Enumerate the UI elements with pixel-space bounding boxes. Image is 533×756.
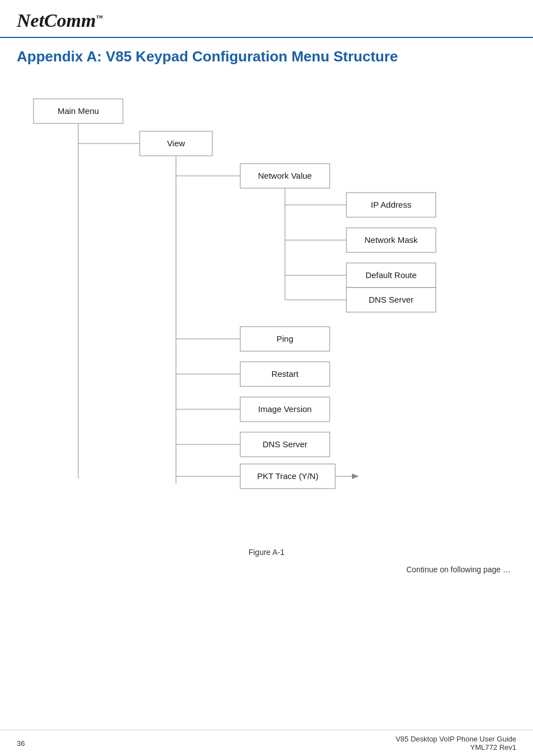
dns-server-sub-label: DNS Server <box>369 295 413 304</box>
restart-label: Restart <box>272 369 299 379</box>
pkt-trace-label: PKT Trace (Y/N) <box>257 471 318 481</box>
image-version-label: Image Version <box>258 404 312 414</box>
page-number: 36 <box>17 739 25 748</box>
logo-comm-text: Comm <box>44 10 96 31</box>
footer-info: V85 Desktop VoIP Phone User Guide YML772… <box>396 735 516 752</box>
diagram-area: Main Menu View Network Value IP Address … <box>0 71 533 531</box>
ping-label: Ping <box>277 334 293 343</box>
dns-server-label: DNS Server <box>263 439 307 449</box>
logo: NetComm™ <box>17 10 516 31</box>
logo-tm: ™ <box>96 13 103 22</box>
menu-structure-diagram: Main Menu View Network Value IP Address … <box>17 82 508 518</box>
guide-title: V85 Desktop VoIP Phone User Guide <box>396 735 516 743</box>
main-menu-label: Main Menu <box>58 106 99 116</box>
logo-net-text: Net <box>17 10 44 31</box>
continue-text: Continue on following page … <box>0 562 533 577</box>
network-value-label: Network Value <box>258 171 312 180</box>
network-mask-label: Network Mask <box>364 235 418 245</box>
svg-marker-27 <box>352 473 359 479</box>
page-title: Appendix A: V85 Keypad Configuration Men… <box>0 38 533 71</box>
revision: YML772 Rev1 <box>396 743 516 752</box>
header: NetComm™ <box>0 0 533 38</box>
ip-address-label: IP Address <box>371 200 411 209</box>
view-label: View <box>167 138 185 148</box>
figure-caption: Figure A-1 <box>0 542 533 562</box>
footer: 36 V85 Desktop VoIP Phone User Guide YML… <box>0 730 533 756</box>
default-route-label: Default Route <box>365 270 417 280</box>
